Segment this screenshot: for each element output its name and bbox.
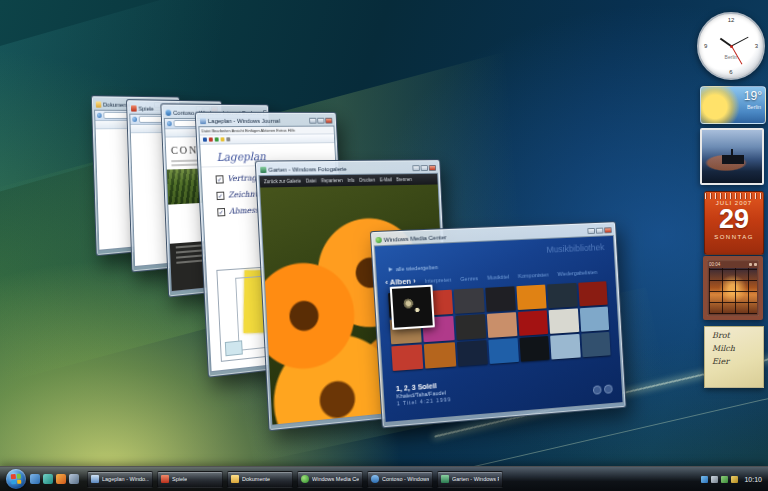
close-button[interactable] <box>429 165 436 171</box>
selected-album-tile[interactable] <box>390 285 435 330</box>
clock-gadget[interactable]: 12 3 6 9 Berlin <box>697 12 765 80</box>
category-item[interactable]: Komponisten <box>518 272 549 280</box>
taskbar-button-lageplan[interactable]: Lageplan - Windo... <box>87 471 153 488</box>
email-button[interactable]: E-Mail <box>380 177 392 182</box>
file-menu[interactable]: Datei <box>306 178 317 183</box>
titlebar[interactable]: Lageplan - Windows Journal <box>198 115 335 126</box>
taskbar-button-dokumente[interactable]: Dokumente <box>227 471 293 488</box>
note-line: Milch <box>712 344 763 353</box>
taskbar-clock[interactable]: 10:10 <box>744 476 762 483</box>
eraser-icon[interactable] <box>226 137 230 141</box>
category-item[interactable]: Interpreten <box>425 277 452 284</box>
start-button[interactable] <box>6 469 26 489</box>
show-desktop-icon[interactable] <box>69 474 79 484</box>
back-icon[interactable] <box>97 113 102 118</box>
back-icon[interactable] <box>167 121 172 126</box>
album-tile[interactable] <box>518 310 548 336</box>
clock-numeral: 6 <box>729 69 732 75</box>
burn-menu[interactable]: Brennen <box>396 177 412 182</box>
slideshow-gadget[interactable] <box>700 128 764 185</box>
window-title: Lageplan - Windows Journal <box>208 117 280 123</box>
clock-numeral: 9 <box>704 43 707 49</box>
library-header: Musikbibliothek <box>546 242 604 255</box>
scroll-down-icon[interactable] <box>604 384 613 393</box>
album-tile[interactable] <box>455 314 486 340</box>
album-tile[interactable] <box>488 338 519 364</box>
album-tile[interactable] <box>578 281 608 306</box>
checkbox-icon[interactable]: ✓ <box>216 191 224 199</box>
ie-quicklaunch-icon[interactable] <box>30 474 40 484</box>
taskbar-button-spiele[interactable]: Spiele <box>157 471 223 488</box>
weather-gadget[interactable]: 19° Berlin <box>700 86 766 124</box>
taskbar-button-garten[interactable]: Garten - Windows Fo... <box>437 471 503 488</box>
album-tile[interactable] <box>391 344 423 371</box>
note-line: Eier <box>712 357 763 366</box>
taskbar-button-contoso[interactable]: Contoso - Windows... <box>367 471 433 488</box>
notes-gadget[interactable]: Brot Milch Eier <box>704 326 764 388</box>
album-tile[interactable] <box>549 308 579 333</box>
highlighter-icon[interactable] <box>220 137 224 141</box>
weather-city: Berlin <box>747 104 761 110</box>
window-buttons[interactable] <box>587 227 612 234</box>
close-button[interactable] <box>325 117 332 123</box>
album-tile[interactable] <box>581 332 611 357</box>
pen-icon[interactable] <box>203 138 207 142</box>
album-tile[interactable] <box>548 283 578 308</box>
puzzle-pause-icon[interactable] <box>749 263 752 266</box>
checkbox-icon[interactable]: ✓ <box>217 207 225 216</box>
taskbar-button-media-center[interactable]: Windows Media Ce... <box>297 471 363 488</box>
info-button[interactable]: Info <box>347 178 354 183</box>
close-button[interactable] <box>604 227 612 233</box>
back-icon[interactable] <box>132 117 137 122</box>
back-to-gallery-button[interactable]: Zurück zur Galerie <box>264 179 301 185</box>
media-player-quicklaunch-icon[interactable] <box>56 474 66 484</box>
album-tile[interactable] <box>520 336 550 362</box>
security-icon[interactable] <box>721 476 728 483</box>
ie-icon <box>371 475 379 483</box>
window-media-center[interactable]: Windows Media Center Musikbibliothek all… <box>370 221 627 428</box>
scroll-up-icon[interactable] <box>593 385 602 394</box>
album-tile[interactable] <box>456 340 487 366</box>
print-menu[interactable]: Drucken <box>359 178 375 183</box>
play-icon <box>389 267 393 271</box>
network-icon[interactable] <box>701 476 708 483</box>
battery-icon[interactable] <box>731 476 738 483</box>
scroll-buttons[interactable] <box>593 384 613 394</box>
category-item[interactable]: Genres <box>460 275 478 282</box>
window-buttons[interactable] <box>309 117 332 123</box>
album-tile[interactable] <box>424 342 456 368</box>
maximize-button[interactable] <box>420 165 428 171</box>
games-icon <box>161 475 169 483</box>
minimize-button[interactable] <box>587 227 595 233</box>
album-tile[interactable] <box>453 288 484 314</box>
album-tile[interactable] <box>580 307 610 332</box>
system-tray: 10:10 <box>701 476 762 483</box>
volume-icon[interactable] <box>711 476 718 483</box>
puzzle-shuffle-icon[interactable] <box>754 263 757 266</box>
pen-icon[interactable] <box>215 137 219 141</box>
album-tile[interactable] <box>551 334 581 360</box>
window-buttons[interactable] <box>412 165 436 171</box>
folder-icon <box>231 475 239 483</box>
play-all-button[interactable]: alle wiedergeben <box>388 264 438 273</box>
maximize-button[interactable] <box>596 227 604 233</box>
checkbox-icon[interactable]: ✓ <box>216 175 224 183</box>
puzzle-grid[interactable] <box>709 268 757 314</box>
flip3d-quicklaunch-icon[interactable] <box>43 474 53 484</box>
category-item[interactable]: Wiedergabelisten <box>557 269 597 277</box>
journal-icon <box>91 475 99 483</box>
album-tile[interactable] <box>517 285 547 310</box>
minimize-button[interactable] <box>412 165 420 171</box>
minimize-button[interactable] <box>309 117 316 123</box>
maximize-button[interactable] <box>317 117 324 123</box>
temperature: 19° <box>744 89 762 103</box>
media-center-icon <box>301 475 309 483</box>
album-tile[interactable] <box>487 312 518 338</box>
task-buttons: Lageplan - Windo... Spiele Dokumente Win… <box>87 471 697 488</box>
pen-icon[interactable] <box>209 137 213 141</box>
album-tile[interactable] <box>485 286 516 312</box>
picture-puzzle-gadget[interactable]: 00:04 <box>703 256 763 320</box>
category-item[interactable]: Musiktitel <box>487 274 510 281</box>
fix-button[interactable]: Reparieren <box>321 178 343 183</box>
calendar-gadget[interactable]: JULI 2007 29 SONNTAG <box>704 191 764 255</box>
